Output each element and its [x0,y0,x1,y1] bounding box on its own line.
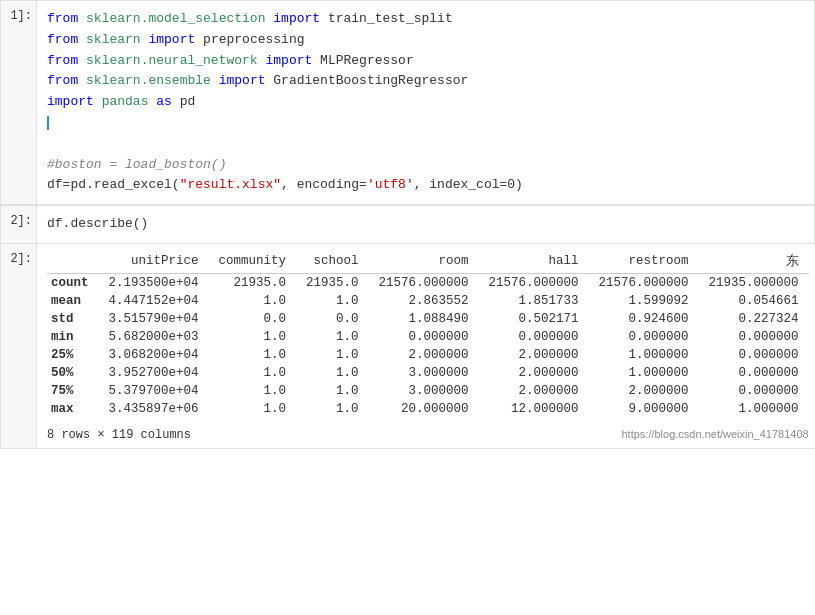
row-cell: 0.000000 [699,328,809,346]
row-cell: 0.924600 [589,310,699,328]
row-cell: 9.000000 [589,400,699,418]
row-cell: 1.0 [209,328,297,346]
row-label: min [47,328,99,346]
row-cell: 5.379700e+04 [99,382,209,400]
table-row: min5.682000e+031.01.00.0000000.0000000.0… [47,328,809,346]
cell-1-content[interactable]: from sklearn.model_selection import trai… [37,1,814,204]
table-row: mean4.447152e+041.01.02.8635521.8517331.… [47,292,809,310]
row-label: std [47,310,99,328]
row-cell: 1.088490 [369,310,479,328]
row-label: count [47,273,99,292]
row-cell: 1.0 [296,328,369,346]
row-cell: 0.000000 [369,328,479,346]
row-cell: 2.193500e+04 [99,273,209,292]
col-header-restroom: restroom [589,250,699,274]
cell-number-1: 1]: [1,1,37,204]
footer-rows-cols: 8 rows × 119 columns [47,428,191,442]
row-cell: 0.502171 [479,310,589,328]
cell-output-number-2: 2]: [1,244,37,448]
col-header-community: community [209,250,297,274]
row-cell: 0.227324 [699,310,809,328]
row-cell: 1.0 [209,346,297,364]
row-cell: 1.0 [209,382,297,400]
row-cell: 0.000000 [589,328,699,346]
cell-2-output: 2]: unitPrice community school room hall… [0,244,815,449]
row-cell: 3.952700e+04 [99,364,209,382]
row-cell: 2.000000 [589,382,699,400]
footer-url: https://blog.csdn.net/weixin_41781408 [621,428,808,440]
row-cell: 1.000000 [589,346,699,364]
table-row: 50%3.952700e+041.01.03.0000002.0000001.0… [47,364,809,382]
row-cell: 21576.000000 [369,273,479,292]
col-header-school: school [296,250,369,274]
cell-2-output-content: unitPrice community school room hall res… [37,244,815,448]
row-cell: 1.0 [296,382,369,400]
row-label: 25% [47,346,99,364]
row-cell: 2.863552 [369,292,479,310]
row-cell: 1.599092 [589,292,699,310]
row-cell: 5.682000e+03 [99,328,209,346]
row-label: mean [47,292,99,310]
row-cell: 1.0 [296,400,369,418]
cell-number-2: 2]: [1,206,37,243]
row-cell: 1.0 [209,292,297,310]
row-cell: 3.435897e+06 [99,400,209,418]
cell-1-code: from sklearn.model_selection import trai… [47,9,804,196]
table-row: 75%5.379700e+041.01.03.0000002.0000002.0… [47,382,809,400]
cell-2-code: df.describe() [47,214,804,235]
col-header-unitprice: unitPrice [99,250,209,274]
row-cell: 1.000000 [699,400,809,418]
cell-2-input-content[interactable]: df.describe() [37,206,814,243]
row-cell: 20.000000 [369,400,479,418]
row-cell: 2.000000 [479,364,589,382]
dataframe-footer: https://blog.csdn.net/weixin_41781408 8 … [37,424,815,448]
dataframe-table: unitPrice community school room hall res… [47,250,809,418]
row-cell: 0.0 [209,310,297,328]
row-cell: 1.0 [296,346,369,364]
row-cell: 1.0 [209,364,297,382]
col-header-index [47,250,99,274]
table-row: 25%3.068200e+041.01.02.0000002.0000001.0… [47,346,809,364]
row-cell: 1.000000 [589,364,699,382]
row-cell: 0.000000 [479,328,589,346]
row-label: 50% [47,364,99,382]
row-cell: 0.0 [296,310,369,328]
row-cell: 2.000000 [479,346,589,364]
row-cell: 21935.000000 [699,273,809,292]
row-cell: 21576.000000 [589,273,699,292]
col-header-east: 东 [699,250,809,274]
col-header-hall: hall [479,250,589,274]
row-label: max [47,400,99,418]
row-cell: 0.000000 [699,364,809,382]
notebook: 1]: from sklearn.model_selection import … [0,0,815,449]
col-header-room: room [369,250,479,274]
dataframe-body: count2.193500e+0421935.021935.021576.000… [47,273,809,418]
row-cell: 1.0 [209,400,297,418]
row-cell: 4.447152e+04 [99,292,209,310]
row-cell: 3.000000 [369,364,479,382]
row-cell: 0.000000 [699,382,809,400]
row-cell: 0.000000 [699,346,809,364]
row-cell: 3.000000 [369,382,479,400]
table-row: std3.515790e+040.00.01.0884900.5021710.9… [47,310,809,328]
row-cell: 1.0 [296,292,369,310]
cell-1: 1]: from sklearn.model_selection import … [0,0,815,205]
table-row: max3.435897e+061.01.020.00000012.0000009… [47,400,809,418]
row-cell: 21935.0 [209,273,297,292]
row-cell: 3.068200e+04 [99,346,209,364]
row-cell: 2.000000 [369,346,479,364]
row-cell: 3.515790e+04 [99,310,209,328]
table-header-row: unitPrice community school room hall res… [47,250,809,274]
dataframe-table-wrapper: unitPrice community school room hall res… [37,244,815,424]
cell-2-input: 2]: df.describe() [0,205,815,244]
row-cell: 21935.0 [296,273,369,292]
row-cell: 1.851733 [479,292,589,310]
row-cell: 2.000000 [479,382,589,400]
row-cell: 1.0 [296,364,369,382]
row-label: 75% [47,382,99,400]
row-cell: 12.000000 [479,400,589,418]
row-cell: 0.054661 [699,292,809,310]
table-row: count2.193500e+0421935.021935.021576.000… [47,273,809,292]
row-cell: 21576.000000 [479,273,589,292]
